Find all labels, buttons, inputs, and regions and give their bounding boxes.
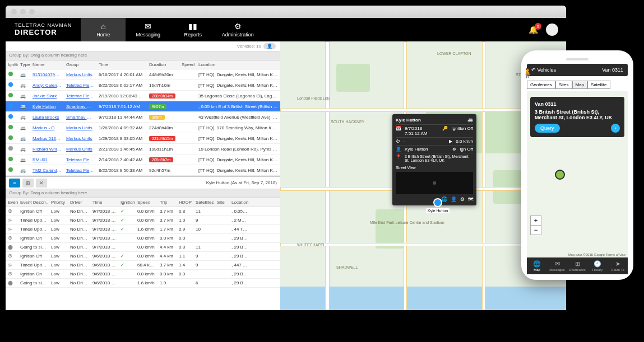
col-header[interactable]: Location xyxy=(196,60,280,69)
vehicle-popup[interactable]: Kyle Hutton🚐 📅9/7/20187:51:12 AM🔑Ignitio… xyxy=(392,114,476,205)
table-row[interactable]: ⦿Ignition OnLowNo Driver9/7/2018 7:…0.0 … xyxy=(6,234,280,243)
vehicle-name[interactable]: Andy: Calend… xyxy=(30,80,64,91)
col-header[interactable]: Ignition xyxy=(118,198,135,207)
table-row[interactable]: 🚐RMU01Teletrac Fleet…2/14/2018 7:40:42 A… xyxy=(6,154,280,165)
nav-administration[interactable]: ⚙Administration xyxy=(215,18,260,41)
col-header[interactable]: Event xyxy=(6,198,18,207)
col-header[interactable]: Trip xyxy=(157,198,177,207)
table-row[interactable]: 🚐Markus 5131…Markus Units1/29/2018 8:33:… xyxy=(6,133,280,144)
table-row[interactable]: ◎Timed Upda…LowNo Driver9/7/2018 7:…✓0.0… xyxy=(6,216,280,225)
col-header[interactable]: Group xyxy=(64,60,96,69)
notifications-icon[interactable]: 🔔5 xyxy=(529,25,538,34)
pegman-icon[interactable]: 🧍 xyxy=(523,66,531,79)
vehicle-group[interactable]: Markus Units xyxy=(64,133,96,144)
popup-action-icon[interactable]: 👤 xyxy=(451,196,457,202)
popup-action-icon[interactable]: ⚙ xyxy=(460,196,465,202)
vehicle-name[interactable]: Kyle Hutton xyxy=(30,101,64,112)
col-header[interactable]: Satellites xyxy=(193,198,215,207)
vehicle-group[interactable]: Teletrac Fleet… xyxy=(64,91,96,101)
tab-sites[interactable]: Sites xyxy=(555,81,572,89)
table-row[interactable]: ⬤Going to sle…LowNo Driver9/6/2018 1:…1.… xyxy=(6,279,280,288)
col-header[interactable]: Time xyxy=(90,198,118,207)
min-dot[interactable] xyxy=(20,9,26,15)
card-arrow-icon[interactable]: › xyxy=(611,124,620,133)
table-row[interactable]: 🚐Markus - Qub…Markus Units1/26/2018 4:09… xyxy=(6,123,280,133)
vehicle-name[interactable]: Richard Whit… xyxy=(30,144,64,154)
vehicle-pin[interactable]: Kyle Hutton xyxy=(426,198,450,213)
group-by-bar-2[interactable]: Group By: Drag a column heading here xyxy=(6,189,280,198)
table-row[interactable]: 🚐Richard Whit…Markus Units2/21/2018 1:46… xyxy=(6,144,280,154)
close-dot[interactable] xyxy=(11,9,17,15)
zoom-out-button[interactable]: − xyxy=(531,226,541,235)
mobile-vehicle-marker[interactable] xyxy=(555,170,565,180)
nav-reports[interactable]: ▮▮Reports xyxy=(170,18,215,41)
ignition-cell: ✓ xyxy=(118,225,135,234)
vehicle-name[interactable]: 5131040799… xyxy=(30,69,64,80)
vehicle-group[interactable]: Teletrac Fleet… xyxy=(64,80,96,91)
max-dot[interactable] xyxy=(29,9,35,15)
vehicle-group[interactable]: Markus Units xyxy=(64,123,96,133)
col-header[interactable]: Priority xyxy=(49,198,68,207)
group-by-bar[interactable]: Group By: Drag a column heading here xyxy=(6,51,280,60)
col-header[interactable]: Site xyxy=(215,198,229,207)
query-button[interactable]: Query xyxy=(535,124,560,133)
table-row[interactable]: ⦿Ignition OffLowNo Driver9/7/2018 7:…✓0.… xyxy=(6,207,280,216)
panel-btn-1[interactable]: ≡ xyxy=(9,179,20,188)
col-header[interactable]: HDOP xyxy=(177,198,193,207)
vehicle-group[interactable]: Markus Units xyxy=(64,69,96,80)
tab-satellite[interactable]: Satellite xyxy=(587,81,610,89)
vehicle-group[interactable]: Smartnav Us… xyxy=(64,101,96,112)
col-header[interactable]: Name xyxy=(30,60,64,69)
col-header[interactable]: Speed xyxy=(135,198,157,207)
btm-dashboard[interactable]: ⊞Dashboard xyxy=(567,257,587,274)
table-row[interactable]: 🚐5131040799…Markus Units6/16/2017 4:20:0… xyxy=(6,69,280,80)
table-row[interactable]: 🚐Laura BrooksSmartnav Us…9/7/2018 11:44:… xyxy=(6,112,280,123)
vehicle-group[interactable]: Smartnav Us… xyxy=(64,112,96,123)
col-header[interactable]: Duration xyxy=(147,60,179,69)
col-header[interactable]: Driver xyxy=(68,198,90,207)
vehicle-name[interactable]: Markus - Qub… xyxy=(30,123,64,133)
table-row[interactable]: ⦿Ignition OnLowNo Driver9/6/2018 8:…0.0 … xyxy=(6,270,280,279)
table-row[interactable]: 🚐Kyle HuttonSmartnav Us…9/7/2018 7:51:12… xyxy=(6,101,280,112)
btm-route to[interactable]: ➤Route To xyxy=(608,257,628,274)
btm-messages[interactable]: ✉Messages xyxy=(547,257,567,274)
user-avatar[interactable] xyxy=(546,24,558,36)
col-header[interactable]: Ignition xyxy=(6,60,18,69)
table-row[interactable]: ⬤Going to sle…LowNo Driver9/7/2018 3:…0.… xyxy=(6,243,280,252)
table-row[interactable]: 🚐Jackie SlarkTeletrac Fleet…2/19/2018 12… xyxy=(6,91,280,101)
table-row[interactable]: 🚐Andy: Calend…Teletrac Fleet…8/22/2018 6… xyxy=(6,80,280,91)
vehicle-group[interactable]: Markus Units xyxy=(64,144,96,154)
table-row[interactable]: ◎Timed Upda…LowNo Driver9/7/2018 7:…✓1.6… xyxy=(6,225,280,234)
vehicle-name[interactable]: Jackie Slark xyxy=(30,91,64,101)
tab-map[interactable]: Map xyxy=(572,81,588,89)
vehicle-group[interactable]: Teletrac Fleet… xyxy=(64,165,96,176)
panel-btn-3[interactable]: ✕ xyxy=(36,179,47,188)
nav-messaging[interactable]: ✉Messaging xyxy=(126,18,170,41)
panel-btn-2[interactable]: ⊞ xyxy=(22,179,34,188)
col-header[interactable]: Type xyxy=(18,60,30,69)
mobile-map[interactable]: Van 0311 3 British Street (British St), … xyxy=(527,91,628,257)
filter-chip[interactable]: 👤 xyxy=(263,43,276,49)
col-header[interactable]: Time xyxy=(96,60,147,69)
col-header[interactable]: Event Descri… xyxy=(18,198,49,207)
table-row[interactable]: ◎Timed Upda…LowNo Driver9/6/2018 8:…✓68.… xyxy=(6,261,280,270)
btm-history[interactable]: 🕘History xyxy=(587,257,608,274)
zoom-in-button[interactable]: + xyxy=(531,216,541,226)
btm-map[interactable]: 🌐Map xyxy=(527,257,547,274)
tab-geofences[interactable]: Geofences xyxy=(527,81,555,89)
popup-action-icon[interactable]: 🗺 xyxy=(468,196,473,202)
col-header[interactable]: Location xyxy=(229,198,280,207)
streetview-thumb[interactable]: ▦ xyxy=(396,172,473,194)
vehicle-name[interactable]: Markus 5131… xyxy=(30,133,64,144)
nav-home[interactable]: ⌂Home xyxy=(81,18,126,41)
vehicle-name[interactable]: RMU01 xyxy=(30,154,64,165)
table-row[interactable]: 🚐TM2 Calenda…Teletrac Fleet…8/22/2018 9:… xyxy=(6,165,280,176)
event-desc: Timed Upda… xyxy=(18,261,49,270)
vehicle-name[interactable]: Laura Brooks xyxy=(30,112,64,123)
ignition-cell xyxy=(118,243,135,252)
vehicle-group[interactable]: Teletrac Fleet… xyxy=(64,154,96,165)
vehicle-name[interactable]: TM2 Calenda… xyxy=(30,165,64,176)
table-row[interactable]: ⦿Ignition OffLowNo Driver9/6/2018 8:…✓0.… xyxy=(6,252,280,261)
back-button[interactable]: ↶ Vehicles xyxy=(531,67,556,73)
col-header[interactable]: Speed xyxy=(179,60,196,69)
